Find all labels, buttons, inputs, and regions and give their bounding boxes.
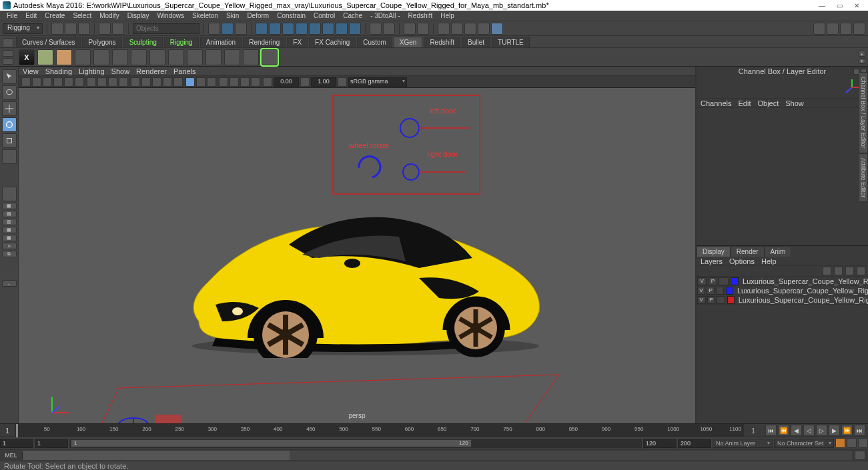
shelf-tab-polygons[interactable]: Polygons [82,37,121,47]
layer-menu-options[interactable]: Options [729,257,755,265]
menu-file[interactable]: File [3,12,21,19]
range-start-field[interactable]: 1 [0,439,33,448]
undo-icon[interactable] [99,23,111,35]
vp-2d-pan-icon[interactable] [64,77,73,87]
history-in-icon[interactable] [404,23,416,35]
move-tool-icon[interactable] [2,101,17,116]
vp-lights-icon[interactable] [163,77,172,87]
vp-xray-icon[interactable] [196,77,205,87]
layer-color-swatch[interactable] [731,277,739,285]
redo-icon[interactable] [112,23,124,35]
shelf-tab-rigging[interactable]: Rigging [164,37,199,47]
vp-menu-panels[interactable]: Panels [173,67,196,75]
vp-bookmark-icon[interactable] [43,77,52,87]
scale-tool-icon[interactable] [2,133,17,148]
range-bar[interactable]: 1 120 [69,439,642,448]
layer-menu-layers[interactable]: Layers [701,257,723,265]
four-view-icon[interactable]: ▦ [2,203,17,209]
step-back-frame-button[interactable]: ◀ [791,425,802,436]
anim-layer-dropdown[interactable]: No Anim Layer [713,439,773,448]
vp-menu-shading[interactable]: Shading [45,67,72,75]
layer-color-swatch[interactable] [726,287,733,295]
menu-skin[interactable]: Skin [222,12,243,19]
mask-deform-icon[interactable] [309,23,321,35]
toggle-modeling-toolkit-icon[interactable] [813,23,825,35]
menu-help[interactable]: Help [436,12,458,19]
step-forward-key-button[interactable]: ⏩ [841,425,853,436]
go-to-end-button[interactable]: ⏭ [854,425,865,436]
xgen-brush3-icon[interactable] [187,49,203,65]
render-sequence-icon[interactable] [491,23,503,35]
cb-menu-show[interactable]: Show [785,99,804,107]
toggle-tool-settings-icon[interactable] [840,23,852,35]
vp-xray-joints-icon[interactable] [207,77,216,87]
layer-color-swatch[interactable] [727,296,735,304]
cb-menu-edit[interactable]: Edit [738,99,751,107]
vp-gamma-icon[interactable] [300,77,310,87]
layer-new-empty-icon[interactable] [845,267,854,275]
time-playhead[interactable] [16,424,18,437]
menu-skeleton[interactable]: Skeleton [188,12,222,19]
layer-tab-anim[interactable]: Anim [765,246,792,257]
select-by-object-icon[interactable] [222,23,234,35]
history-out-icon[interactable] [417,23,429,35]
two-side-view-icon[interactable]: ▤ [2,211,17,217]
layer-name[interactable]: Luxurious_Supercar_Coupe_Yellow_Rigged [740,277,868,285]
shelf-tab-redshift[interactable]: Redshift [424,37,460,47]
vp-menu-view[interactable]: View [23,67,39,75]
render-current-icon[interactable] [438,23,450,35]
xgen-brush5-icon[interactable] [224,49,240,65]
xgen-groom-icon[interactable] [112,49,128,65]
three-top-view-icon[interactable]: ▦ [2,227,17,233]
layer-name[interactable]: Luxurious_Supercar_Coupe_Yellow_Rigged_h… [736,296,868,304]
graph-view-icon[interactable]: ⧉ [2,251,17,257]
select-by-hierarchy-icon[interactable] [208,23,220,35]
xgen-sculpt-icon[interactable] [131,49,147,65]
go-to-start-button[interactable]: ⏮ [765,425,777,436]
mask-dynamic-icon[interactable] [322,23,334,35]
layer-tab-render[interactable]: Render [731,246,765,257]
shelf-tab-fxcaching[interactable]: FX Caching [309,37,356,47]
character-set-dropdown[interactable]: No Character Set [774,439,834,448]
xgen-primitive-icon[interactable] [56,49,72,65]
mask-joint-icon[interactable] [269,23,281,35]
shelf-options-icon[interactable] [3,58,13,65]
vp-motion-blur-icon[interactable] [230,77,239,87]
step-back-key-button[interactable]: ⏪ [778,425,789,436]
vp-menu-show[interactable]: Show [111,67,130,75]
layer-playback-toggle[interactable]: P [707,296,716,304]
vp-select-camera-icon[interactable] [21,77,31,87]
play-back-button[interactable]: ◁ [803,425,815,436]
last-tool-icon[interactable] [2,149,17,164]
ipr-render-icon[interactable] [451,23,463,35]
cb-menu-channels[interactable]: Channels [701,99,731,107]
play-forward-button[interactable]: ▷ [816,425,827,436]
menu-edit[interactable]: Edit [21,12,41,19]
shelf-tab-animation[interactable]: Animation [200,37,242,47]
collapse-toolbox-icon[interactable]: - [2,280,17,287]
xgen-brush1-icon[interactable] [149,49,165,65]
layer-row[interactable]: V P Luxurious_Supercar_Coupe_Yellow_Rigg… [697,295,868,305]
vp-image-plane-icon[interactable] [53,77,63,87]
selection-search-input[interactable] [133,23,199,34]
playback-start-field[interactable]: 1 [35,439,68,448]
select-tool-icon[interactable] [2,69,17,84]
menu-3dtoall[interactable]: - 3DtoAll - [366,12,404,19]
vp-view-transform-icon[interactable] [338,77,347,87]
xgen-guide-icon[interactable] [93,49,109,65]
shelf-tab-turtle[interactable]: TURTLE [492,37,530,47]
range-end-field[interactable]: 200 [678,439,711,448]
script-editor-button[interactable] [855,451,865,460]
close-button[interactable]: ✕ [848,0,865,11]
mask-curve-icon[interactable] [282,23,294,35]
new-scene-icon[interactable] [51,23,63,35]
xgen-brush4-icon[interactable] [205,49,222,65]
snap-curve-icon[interactable] [383,23,395,35]
layer-row[interactable]: V P Luxurious_Supercar_Coupe_Yellow_Rigg… [697,286,868,295]
xgen-brush2-icon[interactable] [168,49,184,65]
time-current-right[interactable]: 1 [744,427,763,435]
rotate-tool-icon[interactable] [2,117,17,132]
mask-handle-icon[interactable] [256,23,268,35]
layer-name[interactable]: Luxurious_Supercar_Coupe_Yellow_Rigged_c… [735,287,868,295]
layer-display-type[interactable] [717,296,725,304]
